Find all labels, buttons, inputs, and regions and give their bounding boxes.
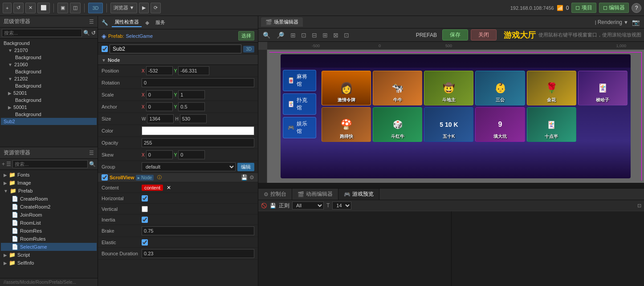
asset-select-game[interactable]: 📄 SelectGame xyxy=(1,243,97,251)
nav-entertainment[interactable]: 🎮 娱乐馆 xyxy=(283,117,316,138)
assets-menu-icon[interactable]: ☰ xyxy=(89,150,94,156)
game-card-sangong[interactable]: 👶 三公 xyxy=(475,71,525,105)
browser-button[interactable]: 浏览器 ▼ xyxy=(110,3,138,13)
assets-search-input[interactable] xyxy=(12,160,88,168)
tree-item-21070[interactable]: ▼21070 xyxy=(1,47,97,54)
content-close-button[interactable]: ✕ xyxy=(167,185,171,191)
asset-room-list[interactable]: 📄 RoomList xyxy=(1,219,97,227)
brake-input[interactable] xyxy=(142,226,254,235)
tree-item-21202[interactable]: ▼21202 xyxy=(1,75,97,82)
scrollview-save-icon[interactable]: 💾 xyxy=(241,174,248,181)
scale-y-input[interactable] xyxy=(178,90,205,99)
search-icon[interactable]: 🔍 xyxy=(83,30,90,36)
zoom-out-button[interactable]: 🔍 xyxy=(261,31,272,40)
tree-item-background[interactable]: Background xyxy=(1,40,97,47)
inspector-tab[interactable]: 属性检查器 xyxy=(112,18,142,27)
scene-ctrl6[interactable]: ⊡ xyxy=(342,31,351,40)
game-card-special[interactable]: 👩 激情令牌 xyxy=(322,71,371,105)
console-clear-icon[interactable]: 🚫 xyxy=(261,203,267,209)
scrollview-header[interactable]: ScrollView ▸ Node ⓘ 💾 ⚙ xyxy=(98,173,258,182)
asset-image[interactable]: ▶📁 Image xyxy=(1,179,97,187)
scene-ctrl3[interactable]: ⊟ xyxy=(310,31,319,40)
bounce-duration-input[interactable] xyxy=(142,249,254,258)
editor-button[interactable]: ◻ 编辑器 xyxy=(599,3,629,13)
vertical-checkbox[interactable] xyxy=(142,206,148,212)
scrollview-settings-icon[interactable]: ⚙ xyxy=(249,174,254,181)
anchor-x-input[interactable] xyxy=(146,102,173,111)
tree-item-background-21202[interactable]: Background xyxy=(1,82,97,89)
scrollview-checkbox[interactable] xyxy=(102,174,108,181)
save-scene-button[interactable]: 保存 xyxy=(442,29,468,40)
preview-button[interactable]: ▣ xyxy=(57,3,68,13)
new-button[interactable]: + xyxy=(3,3,12,13)
nav-mahjong[interactable]: 🀄 麻将馆 xyxy=(283,70,316,91)
scene-canvas[interactable]: 🀄 麻将馆 🃏 扑克馆 🎮 娱乐馆 xyxy=(267,50,644,183)
game-card-doudizhu[interactable]: 🤠 斗地主 xyxy=(424,71,473,105)
scene-ctrl5[interactable]: ⊠ xyxy=(331,31,340,40)
service-tab[interactable]: 服务 xyxy=(153,18,168,27)
play-button[interactable]: ▶ xyxy=(139,3,149,13)
hierarchy-menu-icon[interactable]: ☰ xyxy=(89,19,94,25)
inertia-checkbox[interactable] xyxy=(142,217,148,223)
zoom-in-button[interactable]: 🔎 xyxy=(275,31,286,40)
opacity-input[interactable] xyxy=(142,138,254,147)
game-card-shidiaoban[interactable]: 🃏 十点半 xyxy=(527,107,576,142)
position-y-input[interactable] xyxy=(178,66,209,75)
scene-ctrl2[interactable]: ⊡ xyxy=(299,31,308,40)
position-x-input[interactable] xyxy=(146,66,173,75)
asset-create-room2[interactable]: 📄 CreateRoom2 xyxy=(1,203,97,211)
tree-item-background-21070[interactable]: Background xyxy=(1,54,97,61)
tree-item-50001[interactable]: ▶50001 xyxy=(1,104,97,111)
group-dropdown[interactable]: default xyxy=(142,162,236,171)
rotation-input[interactable] xyxy=(142,78,254,87)
skew-y-input[interactable] xyxy=(178,150,205,159)
game-card-paodekuai[interactable]: 🍄 跑得快 xyxy=(322,107,371,142)
scale-x-input[interactable] xyxy=(146,90,173,99)
scene-ctrl4[interactable]: ⊞ xyxy=(321,31,330,40)
close-scene-button[interactable]: 关闭 xyxy=(471,29,497,40)
game-card-niuniu[interactable]: 🐄 牛牛 xyxy=(373,71,422,105)
tree-item-background-52001[interactable]: Background xyxy=(1,97,97,104)
tree-item-background-50001[interactable]: Background xyxy=(1,111,97,118)
preview2-button[interactable]: ◫ xyxy=(70,3,81,13)
scene-camera-icon[interactable]: 📷 xyxy=(630,18,641,27)
color-swatch[interactable] xyxy=(142,126,254,135)
console-save-icon[interactable]: 💾 xyxy=(270,203,276,209)
tree-item-21060[interactable]: ▼21060 xyxy=(1,61,97,68)
size-w-input[interactable] xyxy=(147,114,174,123)
refresh-button[interactable]: ↺ xyxy=(13,3,24,13)
elastic-checkbox[interactable] xyxy=(142,239,148,246)
skew-x-input[interactable] xyxy=(146,150,173,159)
hierarchy-search-input[interactable] xyxy=(2,29,82,37)
size-h-input[interactable] xyxy=(180,114,207,123)
font-size-select[interactable]: 14 12 16 xyxy=(332,201,351,209)
refresh-icon[interactable]: ↺ xyxy=(91,30,96,36)
asset-script[interactable]: ▶📁 Script xyxy=(1,251,97,259)
scene-ctrl1[interactable]: ⊞ xyxy=(289,31,298,40)
asset-fonts[interactable]: ▶📁 Fonts xyxy=(1,171,97,179)
content-tag[interactable]: content xyxy=(142,185,163,191)
console-maximize-icon[interactable]: ⊡ xyxy=(637,203,641,209)
anchor-y-input[interactable] xyxy=(178,102,205,111)
asset-create-room[interactable]: 📄 CreateRoom xyxy=(1,195,97,203)
build-button[interactable]: ⬜ xyxy=(37,3,50,13)
pause-button[interactable]: ⟳ xyxy=(151,3,161,13)
game-card-jinhua[interactable]: 🌹 金花 xyxy=(527,71,576,105)
add-asset-icon[interactable]: + xyxy=(2,161,5,167)
asset-self-info[interactable]: ▶📁 SelfInfo xyxy=(1,259,97,267)
game-card-douhongniu[interactable]: 🎲 斗红牛 xyxy=(373,107,422,142)
horizontal-checkbox[interactable] xyxy=(142,195,148,201)
close-button[interactable]: ✕ xyxy=(25,3,36,13)
asset-join-room[interactable]: 📄 JoinRoom xyxy=(1,211,97,219)
group-edit-button[interactable]: 编辑 xyxy=(237,163,254,171)
project-button[interactable]: ◻ 项目 xyxy=(571,3,596,13)
game-card-50k[interactable]: 5 10 K 五十K xyxy=(424,107,473,142)
log-level-select[interactable]: All Error Warning xyxy=(292,201,324,209)
asset-room-res[interactable]: 📄 RoomRes xyxy=(1,227,97,235)
nav-poker[interactable]: 🃏 扑克馆 xyxy=(283,93,316,115)
node-section-header[interactable]: ▼ Node xyxy=(98,56,258,65)
game-card-tiandakeng[interactable]: 9 填大坑 xyxy=(475,107,525,142)
scene-tab[interactable]: 🎬 场景编辑器 xyxy=(261,17,303,27)
select-button[interactable]: 选择 xyxy=(238,31,254,40)
3d-button[interactable]: 3D xyxy=(88,3,102,13)
